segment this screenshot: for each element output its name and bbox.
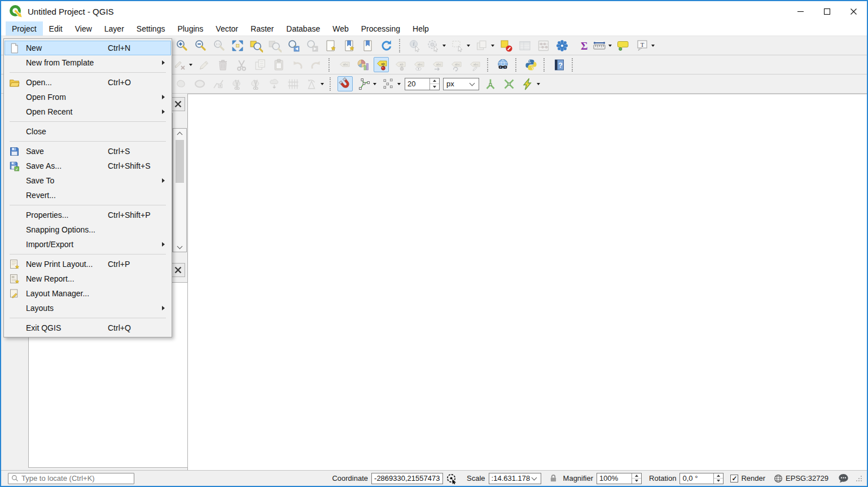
menubar-item-vector[interactable]: Vector — [209, 21, 244, 36]
menu-item-save[interactable]: SaveCtrl+S — [5, 144, 171, 159]
paste-features-button[interactable] — [271, 57, 286, 72]
snapping-mode-button[interactable] — [356, 76, 371, 91]
zoom-native-button[interactable]: 1:1 — [211, 38, 226, 53]
menu-item-new-print-layout[interactable]: New Print Layout...Ctrl+P — [5, 257, 171, 271]
scrollbar-thumb[interactable] — [176, 140, 184, 183]
pin-unpin-labels-button[interactable]: ab — [392, 57, 407, 72]
show-bookmark-manager-button[interactable] — [360, 38, 375, 53]
snapping-type-dropdown-arrow[interactable] — [397, 83, 401, 85]
resize-grip[interactable] — [855, 475, 862, 482]
zoom-to-selection-button[interactable] — [248, 38, 264, 53]
snapping-tolerance-spinbox[interactable]: 20 — [405, 78, 440, 90]
current-edits-dropdown-arrow[interactable] — [189, 64, 192, 66]
close-button[interactable] — [840, 1, 867, 21]
menubar-item-raster[interactable]: Raster — [244, 21, 280, 36]
statistical-summary-button[interactable]: Σ — [573, 38, 588, 53]
scrollbar-down-arrow[interactable] — [173, 243, 186, 252]
scale-combobox[interactable]: :14.631.178 — [489, 473, 541, 484]
help-contents-button[interactable]: ? — [551, 57, 567, 72]
maximize-button[interactable] — [814, 1, 840, 21]
menu-item-close[interactable]: Close — [5, 124, 171, 139]
text-annotation-button[interactable]: T — [634, 38, 650, 53]
enable-tracing-button[interactable] — [520, 76, 535, 91]
magnifier-spinbox[interactable]: 100% — [597, 473, 642, 484]
menu-item-properties[interactable]: Properties...Ctrl+Shift+P — [5, 208, 171, 222]
select-features-by-value-button[interactable] — [474, 38, 489, 53]
spin-buttons[interactable] — [429, 78, 439, 90]
highlight-pinned-labels-button[interactable]: ab — [374, 57, 389, 72]
minimize-button[interactable] — [787, 1, 814, 21]
toolbar-drag-handle[interactable] — [543, 58, 546, 72]
menu-item-open[interactable]: Open...Ctrl+O — [5, 75, 171, 90]
scrollbar-up-arrow[interactable] — [173, 129, 186, 138]
move-feature-button[interactable] — [173, 76, 188, 91]
enable-tracing-dropdown-arrow[interactable] — [537, 83, 540, 85]
menubar-item-settings[interactable]: Settings — [130, 21, 172, 36]
messages-icon[interactable] — [838, 472, 849, 484]
menubar-item-help[interactable]: Help — [406, 21, 435, 36]
measure-line-button[interactable] — [591, 38, 607, 53]
merge-features-button[interactable] — [266, 76, 282, 91]
redo-button[interactable] — [308, 57, 323, 72]
metasearch-button[interactable] — [495, 57, 510, 72]
layer-labeling-options-button[interactable]: abc — [336, 57, 352, 72]
select-features-dropdown-arrow[interactable] — [467, 45, 470, 47]
zoom-next-button[interactable] — [304, 38, 319, 53]
layers-panel-close-button[interactable] — [171, 263, 185, 277]
menu-item-new-report[interactable]: New Report... — [5, 271, 171, 286]
zoom-out-button[interactable] — [192, 38, 208, 53]
topological-editing-button[interactable] — [483, 76, 498, 91]
open-attribute-table-button[interactable] — [517, 38, 532, 53]
menu-item-import-export[interactable]: Import/Export — [5, 237, 171, 252]
zoom-full-button[interactable] — [230, 38, 245, 53]
refresh-map-button[interactable] — [379, 38, 394, 53]
rotate-label-button[interactable]: abc — [448, 57, 463, 72]
python-console-button[interactable] — [523, 57, 538, 72]
menubar-item-plugins[interactable]: Plugins — [171, 21, 209, 36]
menu-item-snapping-options[interactable]: Snapping Options... — [5, 222, 171, 237]
menu-item-save-to[interactable]: Save To — [5, 173, 171, 188]
rotation-spinbox[interactable]: 0,0 ° — [680, 473, 724, 484]
menubar-item-web[interactable]: Web — [326, 21, 355, 36]
layer-diagram-options-button[interactable] — [355, 57, 370, 72]
enable-snapping-button[interactable] — [337, 76, 353, 91]
rotate-feature-dropdown-arrow[interactable] — [321, 83, 324, 85]
cut-features-button[interactable] — [234, 57, 249, 72]
delete-selected-button[interactable] — [215, 57, 230, 72]
current-edits-button[interactable] — [172, 57, 187, 72]
snapping-mode-dropdown-arrow[interactable] — [373, 83, 376, 85]
toolbar-drag-handle[interactable] — [330, 77, 332, 91]
map-tips-button[interactable] — [616, 38, 631, 53]
snapping-type-button[interactable] — [380, 76, 396, 91]
select-features-by-value-dropdown-arrow[interactable] — [491, 45, 494, 47]
snapping-on-intersection-button[interactable] — [501, 76, 516, 91]
map-canvas[interactable] — [187, 94, 867, 470]
rotate-feature-button[interactable] — [304, 76, 319, 91]
show-spatial-bookmarks-button[interactable] — [341, 38, 357, 53]
new-spatial-bookmark-button[interactable] — [323, 38, 338, 53]
offset-curve-button[interactable] — [211, 76, 226, 91]
identify-features-button[interactable]: i — [407, 38, 422, 53]
menubar-item-edit[interactable]: Edit — [43, 21, 69, 36]
menubar-item-processing[interactable]: Processing — [355, 21, 406, 36]
coordinate-input[interactable] — [371, 473, 443, 484]
toolbar-drag-handle[interactable] — [487, 58, 490, 72]
lock-scale-icon[interactable] — [549, 473, 558, 483]
menubar-item-view[interactable]: View — [69, 21, 98, 36]
menu-item-new-from-template[interactable]: New from Template — [5, 55, 171, 70]
spin-buttons[interactable] — [632, 473, 641, 484]
deselect-features-all-layers-button[interactable] — [498, 38, 514, 53]
spin-buttons[interactable] — [713, 473, 723, 484]
reshape-features-button[interactable] — [285, 76, 300, 91]
toggle-editing-button[interactable] — [196, 57, 212, 72]
run-feature-action-button[interactable] — [426, 38, 441, 53]
menubar-item-database[interactable]: Database — [280, 21, 326, 36]
split-parts-button[interactable] — [248, 76, 263, 91]
menu-item-save-as[interactable]: Save As...Ctrl+Shift+S — [5, 159, 171, 173]
field-calculator-button[interactable] — [536, 38, 551, 53]
snapping-units-combobox[interactable]: px — [443, 78, 479, 90]
menu-item-open-from[interactable]: Open From — [5, 90, 171, 104]
locator-search-box[interactable] — [8, 473, 134, 484]
menu-item-exit-qgis[interactable]: Exit QGISCtrl+Q — [5, 321, 171, 335]
toolbar-drag-handle[interactable] — [515, 58, 518, 72]
